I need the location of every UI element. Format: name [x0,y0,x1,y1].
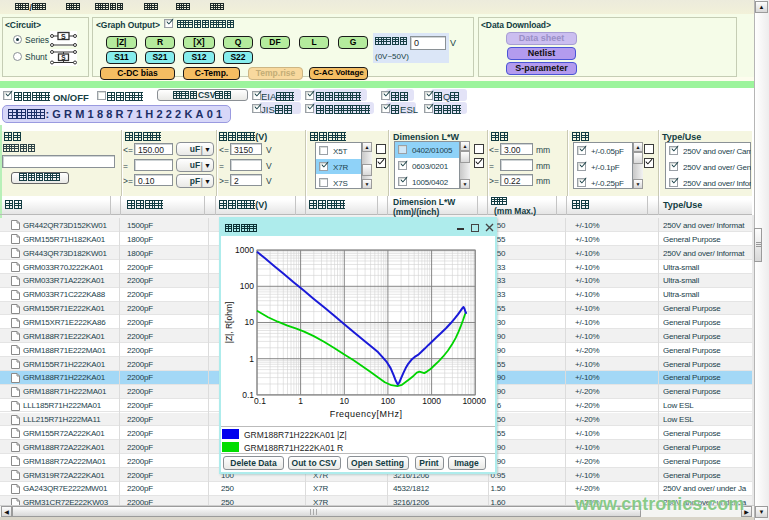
svg-text:1000: 1000 [422,396,441,406]
svg-text:1: 1 [298,396,303,406]
svg-text:10: 10 [339,396,349,406]
svg-text:100: 100 [239,282,253,292]
svg-text:10000: 10000 [462,396,486,406]
svg-text:0.1: 0.1 [242,390,254,400]
svg-text:10: 10 [244,318,254,328]
svg-text:Frequency[MHz]: Frequency[MHz] [329,410,402,420]
svg-text:100: 100 [380,396,394,406]
svg-text:0.1: 0.1 [254,396,266,406]
svg-text:1: 1 [249,354,254,364]
svg-text:1000: 1000 [235,245,254,255]
svg-text:|Z|, R[ohm]: |Z|, R[ohm] [224,302,234,344]
svg-text:S: S [61,54,66,61]
svg-text:S: S [61,33,66,40]
